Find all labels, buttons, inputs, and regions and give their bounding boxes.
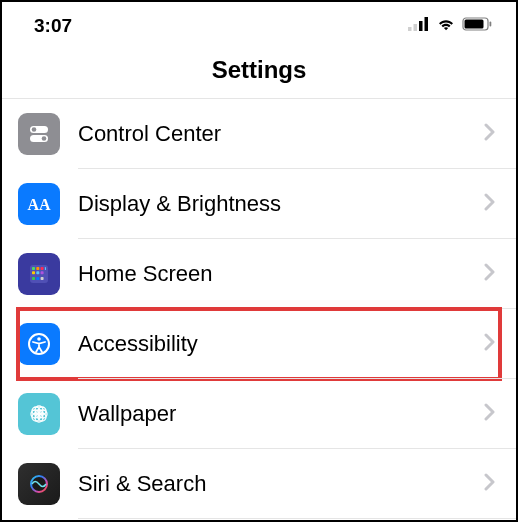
svg-rect-19 (41, 271, 44, 274)
svg-rect-6 (465, 20, 484, 29)
row-display-brightness[interactable]: AA Display & Brightness (2, 169, 516, 239)
svg-rect-2 (419, 21, 423, 31)
battery-icon (462, 17, 492, 35)
svg-rect-15 (41, 267, 44, 270)
wallpaper-icon (18, 393, 60, 435)
row-wallpaper[interactable]: Wallpaper (2, 379, 516, 449)
status-time: 3:07 (34, 15, 72, 37)
svg-rect-14 (36, 267, 39, 270)
row-label: Display & Brightness (78, 191, 484, 217)
row-control-center[interactable]: Control Center (2, 99, 516, 169)
svg-text:AA: AA (27, 196, 51, 213)
chevron-right-icon (484, 193, 496, 215)
svg-rect-18 (36, 271, 39, 274)
home-screen-icon (18, 253, 60, 295)
svg-point-10 (42, 136, 47, 141)
svg-point-24 (37, 337, 41, 341)
row-siri-search[interactable]: Siri & Search (2, 449, 516, 519)
row-label: Wallpaper (78, 401, 484, 427)
status-icons (408, 17, 492, 35)
wifi-icon (436, 17, 456, 35)
svg-rect-21 (36, 277, 39, 280)
svg-rect-17 (32, 271, 35, 274)
row-label: Control Center (78, 121, 484, 147)
accessibility-icon (18, 323, 60, 365)
svg-rect-13 (32, 267, 35, 270)
row-home-screen[interactable]: Home Screen (2, 239, 516, 309)
svg-rect-22 (41, 277, 44, 280)
settings-list: Control Center AA Display & Brightness (2, 99, 516, 519)
siri-icon (18, 463, 60, 505)
svg-rect-16 (45, 267, 46, 270)
row-label: Siri & Search (78, 471, 484, 497)
svg-rect-1 (414, 24, 418, 31)
svg-rect-0 (408, 27, 412, 31)
status-bar: 3:07 (2, 2, 516, 46)
chevron-right-icon (484, 123, 496, 145)
svg-rect-5 (490, 22, 492, 27)
page-title: Settings (2, 56, 516, 84)
row-accessibility[interactable]: Accessibility (2, 309, 516, 379)
chevron-right-icon (484, 263, 496, 285)
chevron-right-icon (484, 333, 496, 355)
row-label: Home Screen (78, 261, 484, 287)
row-label: Accessibility (78, 331, 484, 357)
display-brightness-icon: AA (18, 183, 60, 225)
svg-rect-20 (32, 277, 35, 280)
settings-header: Settings (2, 46, 516, 99)
control-center-icon (18, 113, 60, 155)
cellular-icon (408, 17, 430, 35)
chevron-right-icon (484, 473, 496, 495)
svg-point-8 (32, 127, 37, 132)
chevron-right-icon (484, 403, 496, 425)
svg-rect-3 (425, 17, 429, 31)
